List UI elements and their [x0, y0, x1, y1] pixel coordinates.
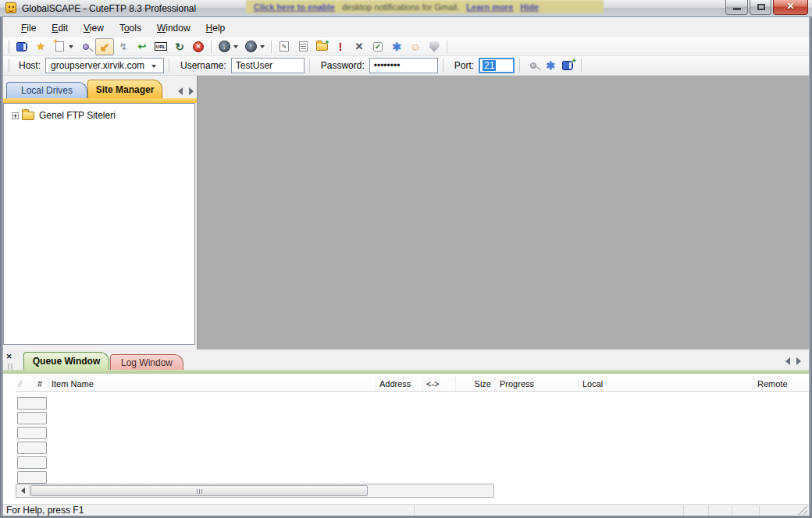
menu-bar: File Edit View Tools Window Help — [3, 18, 809, 37]
stop-button[interactable]: ✕ — [189, 38, 208, 55]
download-button[interactable]: ↓ — [215, 38, 233, 55]
upload-arrow-icon: ↑ — [245, 41, 257, 52]
close-button[interactable]: ✕ — [773, 0, 808, 15]
properties-button[interactable]: ✓ — [369, 38, 387, 55]
scrollbar-thumb[interactable] — [30, 485, 368, 496]
security-button[interactable] — [425, 38, 443, 55]
resize-grip[interactable] — [798, 506, 807, 515]
app-icon — [5, 2, 16, 13]
connect-pin-disabled-icon — [530, 62, 536, 69]
column-header-address[interactable]: Address — [376, 377, 423, 391]
new-folder-button[interactable] — [312, 38, 331, 55]
connect-pin-icon — [83, 44, 89, 50]
column-header-size[interactable]: Size — [456, 377, 495, 391]
host-dropdown-icon[interactable] — [151, 65, 156, 68]
copy-url-button[interactable]: URL — [151, 38, 170, 55]
tree-expand-plus-icon[interactable] — [12, 112, 19, 119]
queue-row-slot — [17, 442, 47, 454]
menu-window[interactable]: Window — [150, 20, 198, 36]
view-file-button[interactable] — [294, 38, 312, 55]
connect-button[interactable] — [77, 38, 95, 55]
port-input[interactable]: 21 — [479, 58, 515, 73]
scrollbar-left-button[interactable] — [16, 484, 30, 497]
new-site-button[interactable] — [50, 38, 69, 55]
quickconnect-connect-button[interactable] — [525, 58, 542, 73]
column-header-transfer-direction[interactable]: <-> — [423, 377, 456, 391]
quickconnect-grip[interactable] — [5, 59, 9, 72]
menu-file[interactable]: File — [14, 20, 43, 36]
site-manager-button[interactable] — [12, 38, 31, 55]
queue-row-slot — [17, 397, 47, 410]
scroll-left-icon — [21, 488, 25, 494]
gear-icon: ✱ — [392, 41, 401, 52]
stop-icon: ✕ — [193, 41, 204, 52]
password-input[interactable] — [369, 58, 438, 73]
status-separator — [759, 506, 760, 516]
tree-item-genel-ftp[interactable]: Genel FTP Siteleri — [12, 110, 116, 121]
username-input[interactable] — [231, 58, 304, 73]
delete-button[interactable]: ✕ — [350, 38, 369, 55]
tab-scroll-left-icon[interactable] — [178, 87, 183, 95]
bottom-tab-scroll-right-icon[interactable] — [796, 357, 801, 365]
new-site-dropdown-icon[interactable] — [69, 45, 73, 48]
gmail-notification-overlay: Click here to enable desktop notificatio… — [246, 0, 604, 13]
tab-scroll-right-icon[interactable] — [189, 87, 194, 95]
toolbar-grip[interactable] — [5, 41, 9, 53]
priority-button[interactable]: ! — [331, 38, 350, 55]
column-header-remote[interactable]: Remote — [754, 377, 809, 391]
queue-row-slot — [17, 456, 47, 469]
column-header-direction[interactable]: / — [16, 377, 34, 391]
column-header-item-name[interactable]: Item Name — [48, 377, 376, 391]
connection-wizard-button[interactable]: ★ — [31, 38, 50, 55]
menu-view[interactable]: View — [77, 20, 111, 36]
tab-log-window[interactable]: Log Window — [110, 354, 183, 370]
status-bar: For Help, press F1 — [3, 504, 809, 516]
menu-edit[interactable]: Edit — [45, 20, 75, 36]
headset-icon: ☺ — [410, 41, 421, 52]
status-separator — [732, 506, 732, 516]
tab-queue-window[interactable]: Queue Window — [23, 352, 109, 370]
status-separator — [708, 506, 709, 516]
toolbar-separator — [211, 41, 212, 53]
download-dropdown-icon[interactable] — [233, 45, 238, 48]
support-button[interactable]: ☺ — [406, 38, 425, 55]
queue-header-row: / # Item Name Address <-> Size Progress … — [16, 377, 809, 392]
notification-learn-more-link[interactable]: Learn more — [466, 2, 513, 12]
menu-tools[interactable]: Tools — [112, 20, 148, 36]
column-header-number[interactable]: # — [34, 377, 48, 391]
column-header-local[interactable]: Local — [579, 377, 754, 391]
settings-button[interactable]: ✱ — [387, 38, 406, 55]
tab-local-drives[interactable]: Local Drives — [6, 82, 87, 98]
minimize-button[interactable] — [725, 0, 748, 15]
disconnect-button[interactable]: ↯ — [114, 38, 133, 55]
maximize-button[interactable] — [750, 0, 771, 15]
quickconnect-add-site-button[interactable]: + — [559, 58, 576, 73]
quick-connect-button[interactable]: ↙ — [95, 38, 114, 55]
horizontal-scrollbar[interactable] — [16, 484, 494, 498]
status-text: For Help, press F1 — [6, 505, 84, 516]
notification-enable-link[interactable]: Click here to enable — [254, 2, 335, 12]
notification-hide-link[interactable]: Hide — [520, 2, 539, 12]
queue-row-slot — [17, 427, 47, 439]
upload-dropdown-icon[interactable] — [260, 45, 265, 48]
new-folder-icon — [316, 43, 328, 51]
quickconnect-settings-button[interactable]: ✱ — [542, 58, 559, 73]
tab-site-manager[interactable]: Site Manager — [87, 80, 162, 98]
site-manager-tree: Genel FTP Siteleri — [3, 103, 195, 345]
host-combobox[interactable]: groupserver.xirvik.com — [45, 58, 164, 73]
left-pane-tab-row: Local Drives Site Manager — [3, 79, 197, 98]
column-header-progress[interactable]: Progress — [497, 377, 579, 391]
edit-file-button[interactable]: ✎ — [275, 38, 294, 55]
bottom-tab-scroll-left-icon[interactable] — [785, 357, 790, 365]
refresh-button[interactable]: ↻ — [170, 38, 189, 55]
upload-button[interactable]: ↑ — [241, 38, 260, 55]
tab-scroll-arrows — [178, 87, 194, 95]
bottom-pane: ✕ Queue Window Log Window / # Item Name … — [3, 349, 809, 504]
delete-x-icon: ✕ — [355, 41, 364, 51]
menu-help[interactable]: Help — [199, 20, 233, 36]
reconnect-button[interactable]: ↩ — [133, 38, 151, 55]
title-bar[interactable]: GlobalSCAPE - CuteFTP 8.3 Professional C… — [0, 0, 812, 17]
maximize-icon — [757, 4, 765, 10]
tree-item-label: Genel FTP Siteleri — [39, 110, 116, 121]
quickconnect-separator — [309, 59, 310, 73]
